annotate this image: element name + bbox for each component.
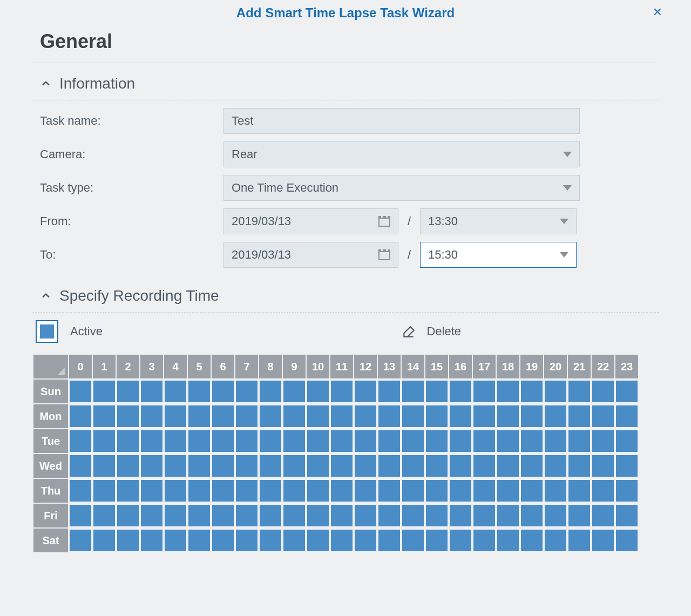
schedule-cell[interactable]: [283, 380, 306, 403]
schedule-half-cell[interactable]: [389, 405, 400, 427]
schedule-half-cell[interactable]: [152, 381, 162, 402]
schedule-half-cell[interactable]: [532, 505, 543, 526]
schedule-cell[interactable]: [473, 429, 496, 453]
schedule-half-cell[interactable]: [307, 530, 318, 551]
schedule-cell[interactable]: [117, 529, 139, 552]
schedule-cell[interactable]: [473, 454, 496, 478]
schedule-half-cell[interactable]: [342, 430, 353, 452]
schedule-half-cell[interactable]: [236, 530, 247, 551]
schedule-half-cell[interactable]: [294, 505, 305, 526]
schedule-half-cell[interactable]: [579, 505, 590, 526]
schedule-half-cell[interactable]: [270, 455, 281, 477]
schedule-cell[interactable]: [93, 454, 116, 478]
schedule-hour-header[interactable]: 14: [402, 355, 424, 378]
schedule-cell[interactable]: [402, 454, 424, 478]
schedule-cell[interactable]: [520, 479, 543, 503]
schedule-half-cell[interactable]: [568, 405, 579, 427]
schedule-cell[interactable]: [354, 429, 377, 453]
schedule-cell[interactable]: [259, 380, 282, 403]
schedule-half-cell[interactable]: [175, 455, 186, 477]
schedule-cell[interactable]: [378, 404, 401, 428]
schedule-half-cell[interactable]: [117, 381, 128, 402]
schedule-half-cell[interactable]: [437, 430, 448, 452]
schedule-cell[interactable]: [93, 380, 116, 403]
schedule-half-cell[interactable]: [260, 405, 270, 427]
schedule-half-cell[interactable]: [70, 530, 80, 551]
schedule-half-cell[interactable]: [473, 405, 484, 427]
schedule-half-cell[interactable]: [152, 455, 162, 477]
schedule-half-cell[interactable]: [402, 430, 413, 452]
schedule-half-cell[interactable]: [188, 455, 199, 477]
schedule-hour-header[interactable]: 11: [330, 355, 353, 378]
schedule-cell[interactable]: [188, 454, 211, 478]
schedule-day-header[interactable]: Sat: [33, 529, 68, 552]
schedule-half-cell[interactable]: [592, 430, 603, 452]
section-information-header[interactable]: Information: [32, 63, 659, 100]
schedule-half-cell[interactable]: [175, 480, 186, 502]
schedule-half-cell[interactable]: [521, 430, 532, 452]
schedule-half-cell[interactable]: [270, 480, 281, 502]
schedule-cell[interactable]: [307, 454, 329, 478]
schedule-cell[interactable]: [117, 479, 139, 503]
schedule-half-cell[interactable]: [497, 530, 508, 551]
schedule-hour-header[interactable]: 5: [188, 355, 211, 378]
schedule-hour-header[interactable]: 0: [69, 355, 92, 378]
schedule-half-cell[interactable]: [80, 455, 91, 477]
schedule-half-cell[interactable]: [603, 430, 614, 452]
schedule-half-cell[interactable]: [236, 480, 247, 502]
schedule-cell[interactable]: [520, 454, 543, 478]
schedule-cell[interactable]: [402, 504, 424, 527]
schedule-half-cell[interactable]: [260, 455, 270, 477]
schedule-half-cell[interactable]: [413, 480, 424, 502]
schedule-half-cell[interactable]: [199, 455, 210, 477]
schedule-cell[interactable]: [283, 504, 306, 527]
close-icon[interactable]: ×: [653, 3, 662, 21]
schedule-cell[interactable]: [544, 479, 567, 503]
schedule-half-cell[interactable]: [141, 381, 152, 402]
schedule-half-cell[interactable]: [365, 430, 376, 452]
schedule-cell[interactable]: [473, 529, 496, 552]
schedule-half-cell[interactable]: [342, 530, 353, 551]
schedule-cell[interactable]: [378, 380, 401, 403]
schedule-half-cell[interactable]: [437, 381, 448, 402]
schedule-half-cell[interactable]: [555, 505, 566, 526]
schedule-half-cell[interactable]: [175, 505, 186, 526]
schedule-half-cell[interactable]: [592, 530, 603, 551]
schedule-half-cell[interactable]: [117, 430, 128, 452]
schedule-half-cell[interactable]: [508, 381, 519, 402]
schedule-half-cell[interactable]: [378, 480, 389, 502]
schedule-half-cell[interactable]: [389, 381, 400, 402]
schedule-half-cell[interactable]: [497, 430, 508, 452]
to-time-select[interactable]: 15:30: [420, 242, 577, 268]
schedule-half-cell[interactable]: [188, 505, 199, 526]
schedule-half-cell[interactable]: [460, 480, 471, 502]
schedule-half-cell[interactable]: [165, 530, 175, 551]
camera-select[interactable]: Rear: [223, 141, 580, 167]
schedule-hour-header[interactable]: 7: [235, 355, 258, 378]
schedule-half-cell[interactable]: [128, 530, 139, 551]
schedule-cell[interactable]: [307, 404, 329, 428]
schedule-cell[interactable]: [449, 429, 472, 453]
schedule-half-cell[interactable]: [603, 405, 614, 427]
schedule-half-cell[interactable]: [521, 455, 532, 477]
schedule-half-cell[interactable]: [592, 505, 603, 526]
schedule-cell[interactable]: [615, 429, 638, 453]
schedule-half-cell[interactable]: [175, 381, 186, 402]
schedule-half-cell[interactable]: [437, 455, 448, 477]
schedule-cell[interactable]: [592, 404, 614, 428]
schedule-day-header[interactable]: Wed: [33, 454, 68, 478]
schedule-cell[interactable]: [259, 479, 282, 503]
schedule-half-cell[interactable]: [365, 480, 376, 502]
schedule-half-cell[interactable]: [199, 430, 210, 452]
schedule-half-cell[interactable]: [402, 480, 413, 502]
schedule-half-cell[interactable]: [152, 530, 162, 551]
schedule-half-cell[interactable]: [342, 455, 353, 477]
schedule-cell[interactable]: [378, 504, 401, 527]
schedule-half-cell[interactable]: [484, 480, 495, 502]
schedule-half-cell[interactable]: [389, 505, 400, 526]
schedule-half-cell[interactable]: [188, 405, 199, 427]
schedule-half-cell[interactable]: [579, 530, 590, 551]
schedule-cell[interactable]: [164, 504, 187, 527]
schedule-half-cell[interactable]: [555, 455, 566, 477]
schedule-half-cell[interactable]: [93, 530, 104, 551]
